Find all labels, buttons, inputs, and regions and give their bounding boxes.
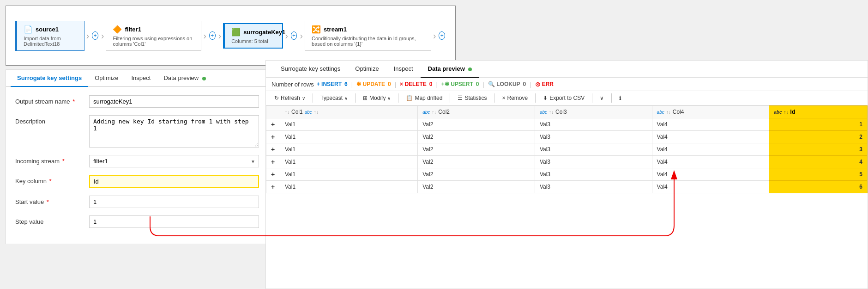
right-panel: Surrogate key settings Optimize Inspect … (265, 60, 868, 289)
stream-icon: 🔀 (312, 25, 321, 34)
source-icon: 📄 (24, 25, 33, 34)
row-plus-0: + (266, 118, 280, 131)
refresh-button[interactable]: ↻ Refresh ∨ (271, 93, 309, 103)
row-col1-1: Val1 (280, 131, 418, 143)
map-drifted-icon: 📋 (406, 95, 413, 101)
refresh-chevron-icon: ∨ (302, 96, 305, 101)
row-col3-3: Val3 (535, 156, 652, 168)
table-row: + Val1 Val2 Val3 Val4 3 (266, 143, 868, 156)
sort-icon-col1b: ↑↓ (314, 110, 319, 115)
row-col4-5: Val4 (652, 181, 769, 193)
tab-optimize-left[interactable]: Optimize (88, 70, 125, 87)
divider-8 (611, 93, 612, 103)
form-row-output-stream: Output stream name * (15, 95, 259, 108)
remove-button[interactable]: × Remove (498, 93, 531, 103)
tab-right-sk-settings[interactable]: Surrogate key settings (273, 61, 348, 78)
pipeline-node-sk1[interactable]: 🟩 surrogateKey1 Columns: 5 total (223, 23, 283, 49)
row-col1-2: Val1 (280, 143, 418, 156)
form-row-incoming-stream: Incoming stream * filter1 source1 ▼ (15, 155, 259, 167)
sort-icon-col3: ↑↓ (549, 110, 554, 115)
tab-surrogate-key-settings[interactable]: Surrogate key settings (11, 70, 88, 87)
row-id-1: 2 (769, 131, 868, 143)
tab-data-preview-left[interactable]: Data preview (157, 70, 212, 87)
sk-node-title: surrogateKey1 (243, 29, 285, 36)
row-col2-1: Val2 (418, 131, 535, 143)
sk-node-desc: Columns: 5 total (231, 38, 276, 44)
sort-icon-col1: ↑↓ (285, 110, 289, 115)
incoming-stream-required: * (62, 158, 65, 165)
table-row: + Val1 Val2 Val3 Val4 6 (266, 181, 868, 193)
step-value-input[interactable] (89, 215, 259, 228)
data-preview-dot-right (468, 68, 472, 71)
key-column-input[interactable] (89, 175, 259, 188)
stream-node-desc: Conditionally distributing the data in I… (312, 36, 424, 47)
data-table: ↑↓ Col1 abc ↑↓ abc ↑↓ Col2 (266, 105, 868, 193)
source-node-desc: Import data from DelimitedText18 (24, 36, 78, 47)
update-value: 0 (388, 81, 391, 87)
left-panel: Surrogate key settings Optimize Inspect … (6, 69, 269, 244)
output-stream-input[interactable] (89, 95, 259, 108)
lookup-value: 0 (523, 81, 526, 87)
export-csv-button[interactable]: ⬇ Export to CSV (539, 93, 588, 103)
typecast-button[interactable]: Typecast ∨ (317, 93, 351, 103)
delete-value: 0 (429, 81, 433, 87)
th-col3[interactable]: abc ↑↓ Col3 (535, 106, 652, 118)
table-header-row: ↑↓ Col1 abc ↑↓ abc ↑↓ Col2 (266, 106, 868, 118)
sep2: | (395, 81, 396, 88)
info-button[interactable]: ℹ (615, 93, 625, 103)
start-value-required: * (47, 198, 49, 205)
sep5: | (530, 81, 531, 88)
th-col1[interactable]: ↑↓ Col1 abc ↑↓ (280, 106, 418, 118)
tab-inspect-left[interactable]: Inspect (125, 70, 157, 87)
connector-4: › (218, 31, 222, 41)
connector-6: › (300, 31, 303, 41)
row-plus-3: + (266, 156, 280, 168)
pipeline-node-stream1[interactable]: 🔀 stream1 Conditionally distributing the… (305, 21, 431, 51)
row-col3-5: Val3 (535, 181, 652, 193)
th-col4[interactable]: abc ↑↓ Col4 (652, 106, 769, 118)
form-row-start-value: Start value * (15, 196, 259, 208)
sep3: | (436, 81, 437, 88)
type-badge-id: abc (774, 110, 782, 115)
col2-header-label: Col2 (438, 109, 450, 115)
tab-right-data-preview[interactable]: Data preview (421, 61, 480, 78)
statistics-button[interactable]: ☰ Statistics (454, 93, 490, 103)
add-between-filter-sk[interactable]: + (209, 31, 216, 40)
connector-3: › (203, 31, 206, 41)
row-col3-2: Val3 (535, 143, 652, 156)
start-value-input[interactable] (89, 196, 259, 208)
add-between-source-filter[interactable]: + (92, 31, 98, 40)
filter-icon: 🔶 (113, 25, 122, 34)
connector-2: › (101, 31, 104, 41)
row-col3-0: Val3 (535, 118, 652, 131)
step-value-label: Step value (15, 215, 89, 225)
tab-right-optimize[interactable]: Optimize (348, 61, 386, 78)
data-table-wrapper: ↑↓ Col1 abc ↑↓ abc ↑↓ Col2 (266, 105, 868, 289)
type-badge-col1: abc (305, 110, 312, 115)
map-drifted-button[interactable]: 📋 Map drifted (402, 93, 446, 103)
description-textarea[interactable]: Adding new key Id starting from 1 with s… (89, 115, 259, 148)
add-between-sk-stream[interactable]: + (291, 31, 297, 40)
table-row: + Val1 Val2 Val3 Val4 1 (266, 118, 868, 131)
update-label: ✱ UPDATE (356, 81, 385, 87)
row-col3-4: Val3 (535, 168, 652, 181)
table-row: + Val1 Val2 Val3 Val4 2 (266, 131, 868, 143)
incoming-stream-select[interactable]: filter1 source1 (89, 155, 259, 167)
pipeline-node-source1[interactable]: 📄 source1 Import data from DelimitedText… (15, 21, 84, 51)
stream-node-title: stream1 (324, 26, 347, 33)
divider-1 (313, 93, 313, 103)
row-col1-0: Val1 (280, 118, 418, 131)
th-id[interactable]: abc ↑↓ Id (769, 106, 868, 118)
divider-5 (494, 93, 494, 103)
th-col2[interactable]: abc ↑↓ Col2 (418, 106, 535, 118)
modify-button[interactable]: ⊞ Modify ∨ (359, 93, 394, 103)
right-panel-tabs: Surrogate key settings Optimize Inspect … (266, 61, 868, 78)
table-row: + Val1 Val2 Val3 Val4 5 (266, 168, 868, 181)
row-col2-4: Val2 (418, 168, 535, 181)
sort-icon-col4: ↑↓ (666, 110, 671, 115)
tab-right-inspect[interactable]: Inspect (386, 61, 421, 78)
row-col1-4: Val1 (280, 168, 418, 181)
pipeline-node-filter1[interactable]: 🔶 filter1 Filtering rows using expressio… (106, 21, 201, 51)
add-after-stream[interactable]: + (439, 31, 445, 40)
more-options-button[interactable]: ∨ (596, 93, 608, 103)
